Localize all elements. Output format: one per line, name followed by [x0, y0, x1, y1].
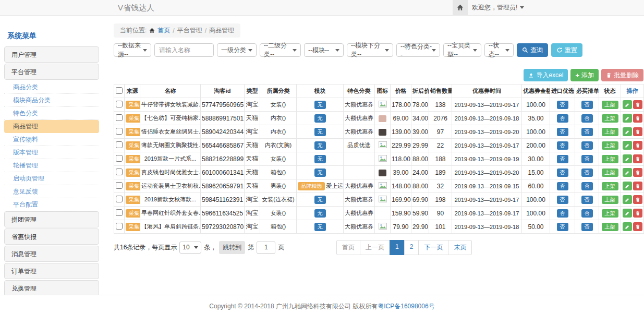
import-select-badge[interactable]: 否: [557, 128, 568, 136]
edit-button[interactable]: [623, 100, 632, 109]
module-badge[interactable]: 无: [314, 223, 326, 231]
sidebar-item[interactable]: 启动页管理: [4, 172, 99, 185]
row-checkbox[interactable]: [116, 223, 123, 230]
module-badge[interactable]: 无: [314, 155, 326, 163]
filter-select[interactable]: --模块下分类--: [347, 43, 393, 57]
filter-select[interactable]: --状态--: [484, 43, 514, 57]
sidebar-group[interactable]: 省惠快报: [4, 228, 99, 245]
sidebar-item[interactable]: 宣传物料: [4, 133, 99, 146]
must-buy-badge[interactable]: 否: [581, 196, 593, 204]
filter-select[interactable]: --二级分类--: [260, 43, 301, 57]
row-checkbox[interactable]: [116, 168, 123, 175]
search-button[interactable]: 查询: [517, 43, 548, 57]
edit-button[interactable]: [623, 168, 632, 177]
delete-button[interactable]: [633, 154, 642, 163]
module-badge[interactable]: 无: [314, 196, 326, 204]
must-buy-badge[interactable]: 否: [581, 223, 593, 231]
module-badge[interactable]: 无: [314, 101, 326, 109]
import-select-badge[interactable]: 否: [557, 141, 568, 150]
edit-button[interactable]: [623, 182, 632, 190]
delete-button[interactable]: [633, 195, 642, 204]
import-select-badge[interactable]: 否: [557, 155, 568, 163]
delete-button[interactable]: [633, 100, 642, 109]
must-buy-badge[interactable]: 否: [581, 155, 593, 163]
pager-button[interactable]: 2: [404, 240, 419, 255]
sidebar-item[interactable]: 版本管理: [4, 146, 99, 159]
row-checkbox[interactable]: [116, 114, 123, 121]
delete-button[interactable]: [633, 209, 642, 218]
row-checkbox[interactable]: [116, 128, 123, 135]
breadcrumb-home-link[interactable]: 首页: [157, 26, 170, 35]
pager-button[interactable]: 首页: [336, 240, 360, 255]
must-buy-badge[interactable]: 否: [581, 168, 593, 177]
import-select-badge[interactable]: 否: [557, 209, 568, 218]
status-badge[interactable]: 上架: [602, 114, 618, 123]
row-checkbox[interactable]: [116, 101, 123, 107]
module-badge[interactable]: 品牌精选: [298, 182, 325, 190]
must-buy-badge[interactable]: 否: [581, 182, 593, 190]
sidebar-group[interactable]: 平台管理: [4, 64, 99, 80]
import-select-badge[interactable]: 否: [557, 196, 568, 204]
reset-button[interactable]: 重置: [551, 43, 582, 57]
pager-current-page[interactable]: 1: [390, 240, 405, 255]
module-badge[interactable]: 无: [314, 168, 326, 177]
import-select-badge[interactable]: 否: [557, 168, 568, 177]
filter-select[interactable]: --特色分类--: [396, 43, 440, 57]
must-buy-badge[interactable]: 否: [581, 209, 593, 218]
icp-link[interactable]: 粤ICP备16098006号: [378, 303, 434, 310]
edit-button[interactable]: [623, 209, 632, 218]
sidebar-group[interactable]: 消息管理: [4, 246, 99, 262]
status-badge[interactable]: 上架: [602, 128, 618, 136]
select-all-checkbox[interactable]: [116, 87, 123, 94]
import-excel-button[interactable]: 导入excel: [524, 69, 568, 81]
edit-button[interactable]: [623, 114, 632, 123]
import-select-badge[interactable]: 否: [557, 114, 568, 123]
pager-button[interactable]: 末页: [448, 240, 472, 255]
status-badge[interactable]: 上架: [602, 182, 618, 190]
sidebar-group[interactable]: 兑换管理: [4, 280, 99, 296]
status-badge[interactable]: 上架: [602, 101, 618, 109]
module-badge[interactable]: 无: [314, 141, 326, 150]
edit-button[interactable]: [623, 141, 632, 150]
status-badge[interactable]: 上架: [602, 155, 618, 163]
jump-page-input[interactable]: [257, 242, 275, 254]
edit-button[interactable]: [623, 222, 632, 231]
module-badge[interactable]: 无: [314, 209, 326, 218]
delete-button[interactable]: [633, 168, 642, 177]
import-select-badge[interactable]: 否: [557, 101, 568, 109]
must-buy-badge[interactable]: 否: [581, 141, 593, 150]
filter-select[interactable]: --数据来源--: [114, 43, 151, 57]
sidebar-item[interactable]: 平台配置: [4, 198, 99, 211]
user-menu[interactable]: 欢迎您，管理员!: [472, 0, 524, 15]
filter-select[interactable]: --宝贝类型--: [443, 43, 481, 57]
sidebar-item[interactable]: 轮播管理: [4, 159, 99, 172]
pager-button[interactable]: 下一页: [418, 240, 448, 255]
sidebar-group[interactable]: 用户管理: [4, 46, 99, 63]
sidebar-item[interactable]: 模块商品分类: [4, 94, 99, 107]
sidebar-group[interactable]: 拼团管理: [4, 211, 99, 227]
delete-button[interactable]: [633, 141, 642, 150]
must-buy-badge[interactable]: 否: [581, 101, 593, 109]
status-badge[interactable]: 上架: [602, 168, 618, 177]
edit-button[interactable]: [623, 127, 632, 136]
must-buy-badge[interactable]: 否: [581, 114, 593, 123]
import-select-badge[interactable]: 否: [557, 223, 568, 231]
row-checkbox[interactable]: [116, 196, 123, 202]
module-badge[interactable]: 无: [314, 114, 326, 123]
jump-button[interactable]: 跳转到: [219, 241, 245, 254]
row-checkbox[interactable]: [116, 155, 123, 162]
row-checkbox[interactable]: [116, 182, 123, 189]
delete-button[interactable]: [633, 127, 642, 136]
pager-button[interactable]: 上一页: [360, 240, 390, 255]
delete-button[interactable]: [633, 222, 642, 231]
batch-delete-button[interactable]: 批量删除: [601, 69, 643, 81]
module-badge[interactable]: 无: [314, 128, 326, 136]
sidebar-item[interactable]: 特色分类: [4, 107, 99, 120]
row-checkbox[interactable]: [116, 209, 123, 216]
must-buy-badge[interactable]: 否: [581, 128, 593, 136]
name-search-input[interactable]: [154, 43, 214, 57]
status-badge[interactable]: 上架: [602, 223, 618, 231]
status-badge[interactable]: 上架: [602, 196, 618, 204]
sidebar-item[interactable]: 商品分类: [4, 81, 99, 94]
delete-button[interactable]: [633, 114, 642, 123]
